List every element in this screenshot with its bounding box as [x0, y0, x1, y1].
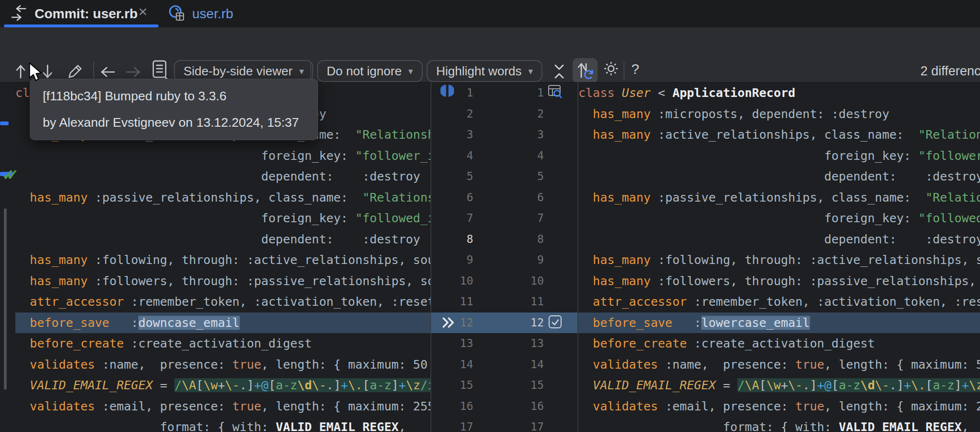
gutter-row: 1414: [431, 354, 577, 375]
left-scrollbar[interactable]: [4, 208, 7, 390]
table-search-icon[interactable]: [548, 84, 563, 100]
tab-title: Commit: user.rb: [35, 6, 138, 22]
previous-difference-icon[interactable]: [13, 63, 28, 82]
code-line: has_many :followers, through: :passive_r…: [15, 271, 430, 292]
gutter-row: 1616: [431, 396, 577, 417]
forward-icon[interactable]: [125, 66, 142, 80]
right-line-number: 17: [473, 417, 544, 432]
diff-icon: [10, 4, 28, 24]
left-line-number: 14: [431, 354, 473, 375]
right-line-number: 16: [473, 396, 544, 417]
tab-user-rb[interactable]: user.rb: [167, 0, 233, 27]
left-line-number: 17: [431, 417, 473, 432]
left-line-number: 6: [431, 187, 473, 208]
include-change-checkbox[interactable]: [549, 315, 562, 328]
left-line-number: 13: [431, 333, 473, 354]
code-line: dependent: :destroy: [15, 166, 430, 187]
code-line: validates :name, presence: true, length:…: [578, 354, 980, 375]
tab-bar: Commit: user.rb × user.rb: [0, 0, 980, 27]
gutter-row: 55: [431, 166, 577, 187]
highlight-mode-label: Highlight words: [436, 64, 522, 79]
gear-icon[interactable]: [601, 59, 621, 80]
gutter-row: 99: [431, 250, 577, 271]
code-line: foreign_key: "followed_id",: [15, 208, 430, 229]
code-line: has_many :active_relationships, class_na…: [578, 124, 980, 145]
tooltip-commit-message: [f118bc34] Bumped ruby to 3.3.6: [43, 89, 305, 104]
commit-tooltip: [f118bc34] Bumped ruby to 3.3.6 by Alexa…: [30, 79, 318, 140]
code-line: VALID_EMAIL_REGEX = /\A[\w+\-.]+@[a-z\d\…: [15, 375, 430, 396]
ruby-file-icon: [167, 4, 186, 24]
difference-count-label: 2 differences: [920, 64, 980, 79]
gutter-row: 44: [431, 145, 577, 167]
gutter-row: 1010: [431, 271, 577, 292]
code-line: has_many :followers, through: :passive_r…: [578, 271, 980, 292]
toolbar-separator: [624, 62, 625, 80]
right-line-number: 3: [473, 124, 544, 145]
code-line: validates :name, presence: true, length:…: [15, 354, 430, 375]
code-line: format: { with: VALID_EMAIL_REGEX,: [578, 417, 980, 432]
right-line-number: 11: [473, 291, 544, 312]
right-line-number: 14: [473, 354, 544, 375]
code-line: foreign_key: "follower_id",: [15, 145, 430, 167]
left-line-number: 3: [431, 124, 473, 145]
code-line: before_save :downcase_email: [15, 312, 430, 334]
right-line-number: 4: [473, 145, 544, 167]
chevron-down-icon: ▾: [528, 66, 533, 77]
gutter-row: 66: [431, 187, 577, 208]
whitespace-policy-dropdown[interactable]: Do not ignore ▾: [317, 60, 423, 82]
code-line: dependent: :destroy: [578, 229, 980, 250]
gutter-row: 1717: [431, 417, 577, 432]
code-line: has_many :passive_relationships, class_n…: [15, 187, 430, 208]
right-line-number: 5: [473, 166, 544, 187]
diff-gutter: 1122334455667788991010111112121313141415…: [431, 83, 577, 432]
code-line: format: { with: VALID_EMAIL_REGEX,: [15, 417, 430, 432]
code-line: dependent: :destroy: [15, 229, 430, 250]
right-line-number: 10: [473, 271, 544, 292]
right-line-number: 2: [473, 104, 544, 125]
gutter-row: 1515: [431, 375, 577, 396]
tooltip-commit-author: by Alexandr Evstigneev on 13.12.2024, 15…: [43, 115, 305, 130]
gutter-row: 1111: [431, 291, 577, 312]
right-editor[interactable]: class User < ApplicationRecord has_many …: [578, 83, 980, 432]
split-view-icon: [441, 84, 454, 99]
right-line-number: 7: [473, 208, 544, 229]
back-icon[interactable]: [99, 66, 116, 80]
code-line: validates :email, presence: true, length…: [15, 396, 430, 417]
right-line-number: 8: [473, 229, 544, 250]
gutter-row: 33: [431, 124, 577, 145]
toolbar-separator: [310, 62, 311, 80]
left-line-number: 11: [431, 291, 473, 312]
gutter-row: 88: [431, 229, 577, 250]
toolbar-separator: [93, 62, 94, 80]
code-line: attr_accessor :remember_token, :activati…: [15, 291, 430, 312]
code-line: has_many :passive_relationships, class_n…: [578, 187, 980, 208]
sync-scrolling-toggle[interactable]: [573, 58, 598, 83]
code-line: has_many :following, through: :active_re…: [15, 250, 430, 271]
ide-window: { "colors": { "accent_blue": "#3574F0", …: [0, 0, 980, 432]
collapse-unchanged-icon[interactable]: [551, 62, 568, 83]
gutter-row: 1313: [431, 333, 577, 354]
code-line: class User < ApplicationRecord: [578, 83, 980, 104]
right-line-number: 1: [473, 83, 544, 104]
mouse-cursor: [28, 62, 46, 85]
left-line-number: 2: [431, 104, 473, 125]
help-icon[interactable]: ?: [631, 61, 639, 77]
left-line-number: 10: [431, 271, 473, 292]
left-line-number: 9: [431, 250, 473, 271]
diff-toolbar: Side-by-side viewer ▾ Do not ignore ▾ Hi…: [0, 27, 980, 82]
code-line: has_many :following, through: :active_re…: [578, 250, 980, 271]
right-line-number: 9: [473, 250, 544, 271]
tab-commit-user-rb[interactable]: Commit: user.rb: [10, 0, 138, 27]
left-line-number: 4: [431, 145, 473, 167]
chevron-down-icon: ▾: [408, 66, 413, 77]
code-line: before_save :lowercase_email: [578, 312, 980, 334]
close-icon[interactable]: ×: [138, 3, 147, 21]
right-line-number: 12: [473, 312, 544, 334]
right-line-number: 6: [473, 187, 544, 208]
left-line-number: 7: [431, 208, 473, 229]
code-line: has_many :microposts, dependent: :destro…: [578, 104, 980, 125]
left-line-number: 5: [431, 166, 473, 187]
highlight-mode-dropdown[interactable]: Highlight words ▾: [427, 60, 542, 82]
code-line: before_create :create_activation_digest: [578, 333, 980, 354]
chevron-down-icon: ▾: [299, 66, 304, 77]
